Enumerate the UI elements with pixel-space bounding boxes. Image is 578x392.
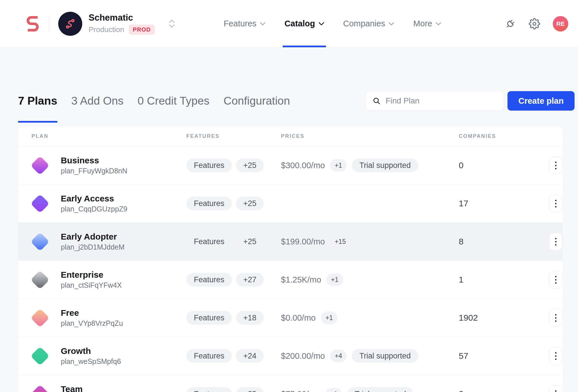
column-header-plan: Plan [32, 133, 186, 139]
features-pill[interactable]: Features [186, 311, 232, 325]
plan-diamond-icon [30, 346, 49, 365]
features-count-pill[interactable]: +27 [236, 273, 264, 287]
price-count-pill: +4 [330, 350, 347, 362]
plan-diamond-icon [30, 308, 49, 327]
settings-gear-icon[interactable] [529, 18, 540, 30]
features-pill[interactable]: Features [186, 273, 232, 287]
features-count-pill[interactable]: +18 [236, 311, 264, 325]
companies-count: 17 [459, 199, 468, 208]
tab-credit-types[interactable]: 0 Credit Types [138, 91, 210, 111]
column-header-companies: Companies [459, 133, 549, 139]
table-row[interactable]: Free plan_VYp8VrzPqZu Features +18 $0.00… [18, 299, 563, 337]
features-pill[interactable]: Features [186, 387, 232, 392]
price-text: $0.00/mo [281, 313, 316, 323]
main-nav: Features Catalog Companies More [224, 0, 442, 47]
catalog-page: 7 Plans 3 Add Ons 0 Credit Types Configu… [0, 91, 578, 392]
features-count-pill[interactable]: +25 [236, 235, 264, 248]
plan-diamond-icon [30, 156, 49, 175]
trial-supported-badge: Trial supported [352, 349, 418, 363]
nav-label: Features [224, 19, 256, 28]
environment-label: Production [89, 25, 124, 34]
row-menu-kebab-icon[interactable] [549, 385, 562, 392]
price-count-pill: +1 [330, 159, 347, 172]
trial-supported-badge: Trial supported [352, 158, 418, 172]
nav-item-more[interactable]: More [413, 0, 441, 47]
features-pill[interactable]: Features [186, 158, 232, 172]
companies-count: 1902 [459, 313, 478, 323]
catalog-tabs: 7 Plans 3 Add Ons 0 Credit Types Configu… [18, 91, 290, 111]
companies-count: 3 [459, 389, 464, 392]
price-text: $300.00/mo [281, 161, 325, 170]
price-text: $200.00/mo [281, 351, 325, 361]
plan-name: Business [61, 156, 127, 165]
features-count-pill[interactable]: +25 [236, 158, 264, 172]
workspace-switcher[interactable]: Schematic Production PROD [58, 12, 155, 36]
price-count-pill: +1 [321, 311, 337, 324]
prod-badge: PROD [129, 25, 155, 35]
plan-id: plan_j2bD1MJddeM [61, 243, 124, 251]
table-row[interactable]: Team plan_D2tSscbYHvw Features +25 $75.0… [18, 375, 563, 392]
chevron-down-icon [436, 22, 441, 26]
price-text: $75.00/mo [281, 389, 320, 392]
plan-name: Free [61, 308, 123, 318]
table-row[interactable]: Early Adopter plan_j2bD1MJddeM Features … [18, 223, 563, 261]
row-menu-kebab-icon[interactable] [549, 195, 562, 212]
table-row[interactable]: Business plan_FFuyWgkD8nN Features +25 $… [18, 146, 563, 185]
search-icon [373, 97, 380, 105]
features-pill[interactable]: Features [186, 197, 232, 210]
row-menu-kebab-icon[interactable] [549, 309, 562, 327]
price-count-pill: +1 [325, 388, 342, 392]
plan-name: Early Adopter [61, 232, 124, 242]
features-count-pill[interactable]: +25 [236, 197, 264, 210]
price-text: $1.25K/mo [281, 275, 321, 285]
nav-item-catalog[interactable]: Catalog [284, 0, 324, 47]
row-menu-kebab-icon[interactable] [549, 347, 562, 365]
features-count-pill[interactable]: +25 [236, 387, 264, 392]
features-count-pill[interactable]: +24 [236, 349, 264, 363]
companies-count: 8 [459, 237, 464, 246]
row-menu-kebab-icon[interactable] [549, 271, 562, 289]
plan-name: Team [61, 384, 124, 392]
price-text: $199.00/mo [281, 237, 325, 246]
nav-label: Catalog [284, 19, 315, 28]
plan-id: plan_FFuyWgkD8nN [61, 167, 127, 175]
row-menu-kebab-icon[interactable] [549, 156, 562, 174]
chevron-down-icon [319, 22, 324, 26]
nav-item-features[interactable]: Features [224, 0, 265, 47]
plan-id: plan_VYp8VrzPqZu [61, 319, 123, 328]
features-pill[interactable]: Features [186, 349, 232, 363]
companies-count: 0 [459, 160, 464, 170]
search-input[interactable] [386, 96, 497, 105]
tab-configuration[interactable]: Configuration [223, 91, 290, 111]
user-avatar[interactable]: RE [553, 16, 568, 32]
plan-name: Growth [61, 346, 121, 356]
companies-count: 57 [459, 351, 468, 361]
chevron-down-icon [260, 22, 265, 26]
table-row[interactable]: Enterprise plan_ctSiFqYFw4X Features +27… [18, 261, 563, 299]
create-plan-button[interactable]: Create plan [507, 91, 575, 111]
table-row[interactable]: Growth plan_weSpSMpfq6 Features +24 $200… [18, 337, 563, 375]
integrations-plug-icon[interactable] [505, 18, 516, 30]
table-row[interactable]: Early Access plan_CqqDGUzppZ9 Features +… [18, 185, 563, 223]
price-count-pill: +15 [330, 235, 350, 248]
unfold-chevrons-icon[interactable] [169, 19, 175, 28]
nav-item-companies[interactable]: Companies [343, 0, 395, 47]
chevron-down-icon [388, 22, 394, 26]
row-menu-kebab-icon[interactable] [549, 233, 562, 250]
tab-plans[interactable]: 7 Plans [18, 91, 57, 111]
companies-count: 1 [459, 275, 464, 285]
find-plan-search[interactable] [366, 91, 504, 111]
workspace-name: Schematic [89, 13, 155, 23]
table-header: Plan Features Prices Companies [18, 126, 563, 146]
schematic-logo-icon[interactable] [26, 15, 40, 32]
price-count-pill: +1 [326, 273, 343, 286]
nav-label: Companies [343, 19, 385, 28]
nav-label: More [413, 19, 432, 28]
tab-add-ons[interactable]: 3 Add Ons [71, 91, 124, 111]
divider [49, 15, 49, 32]
plan-name: Early Access [61, 194, 127, 203]
features-pill[interactable]: Features [186, 235, 232, 248]
plan-id: plan_ctSiFqYFw4X [61, 281, 122, 289]
plan-diamond-icon [30, 385, 49, 392]
plans-table: Plan Features Prices Companies Business … [18, 126, 563, 392]
